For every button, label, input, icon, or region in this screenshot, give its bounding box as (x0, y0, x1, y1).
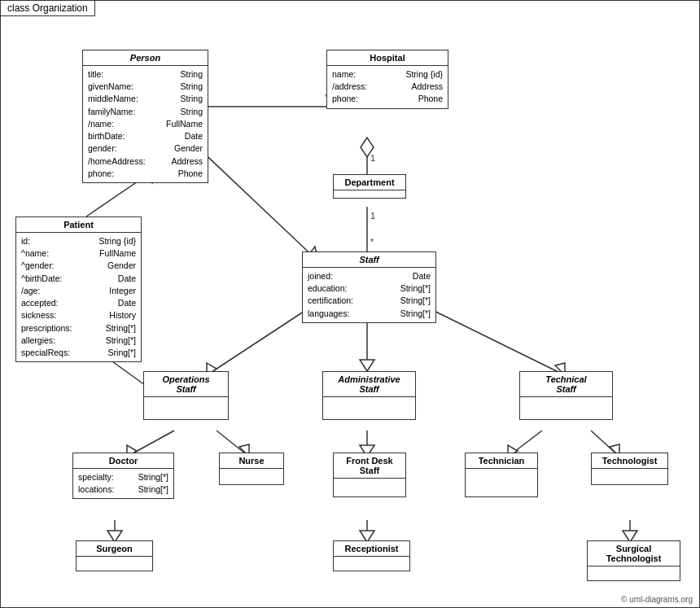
class-technical-staff-name: TechnicalStaff (520, 372, 612, 397)
class-hospital: Hospital name:String {id} /address:Addre… (326, 50, 448, 109)
copyright: © uml-diagrams.org (621, 595, 693, 604)
svg-text:1: 1 (370, 211, 375, 221)
class-doctor-name: Doctor (73, 453, 173, 469)
class-surgical-technologist-name: SurgicalTechnologist (588, 541, 680, 566)
class-technologist-name: Technologist (592, 453, 667, 469)
class-operations-staff-name: OperationsStaff (144, 372, 228, 397)
class-department: Department (333, 174, 406, 199)
svg-line-18 (416, 302, 565, 375)
class-surgical-technologist: SurgicalTechnologist (587, 540, 680, 581)
class-patient-attrs: id:String {id} ^name:FullName ^gender:Ge… (16, 233, 141, 361)
svg-marker-4 (361, 138, 374, 157)
class-front-desk-staff-name: Front DeskStaff (334, 453, 405, 479)
class-technician: Technician (465, 453, 538, 497)
class-operations-staff: OperationsStaff (143, 371, 229, 420)
svg-text:*: * (370, 237, 374, 247)
class-surgeon-name: Surgeon (77, 541, 152, 557)
class-technician-name: Technician (466, 453, 537, 469)
class-administrative-staff: AdministrativeStaff (322, 371, 416, 420)
class-nurse-name: Nurse (220, 453, 283, 469)
svg-text:1: 1 (370, 153, 375, 163)
class-person-name: Person (83, 50, 208, 66)
svg-line-12 (198, 147, 318, 261)
class-staff-attrs: joined:Date education:String[*] certific… (303, 268, 435, 322)
class-patient-name: Patient (16, 217, 141, 233)
class-doctor: Doctor specialty:String[*] locations:Str… (72, 453, 174, 499)
class-person: Person title:String givenName:String mid… (82, 50, 208, 183)
class-hospital-attrs: name:String {id} /address:Address phone:… (327, 66, 448, 108)
class-front-desk-staff: Front DeskStaff (333, 453, 406, 497)
class-hospital-name: Hospital (327, 50, 448, 66)
class-technologist: Technologist (591, 453, 668, 485)
class-person-attrs: title:String givenName:String middleName… (83, 66, 208, 182)
class-staff: Staff joined:Date education:String[*] ce… (302, 252, 436, 323)
class-surgeon: Surgeon (76, 540, 153, 571)
class-staff-name: Staff (303, 252, 435, 268)
class-receptionist-name: Receptionist (334, 541, 409, 557)
class-nurse: Nurse (219, 453, 284, 485)
class-technical-staff: TechnicalStaff (519, 371, 613, 420)
diagram-title: class Organization (1, 1, 95, 16)
class-doctor-attrs: specialty:String[*] locations:String[*] (73, 469, 173, 498)
class-administrative-staff-name: AdministrativeStaff (323, 372, 415, 397)
diagram-container: class Organization * * 1 * 1 * (0, 0, 700, 608)
class-department-name: Department (334, 175, 405, 190)
class-patient: Patient id:String {id} ^name:FullName ^g… (15, 217, 142, 362)
class-receptionist: Receptionist (333, 540, 410, 571)
svg-marker-17 (360, 360, 374, 371)
